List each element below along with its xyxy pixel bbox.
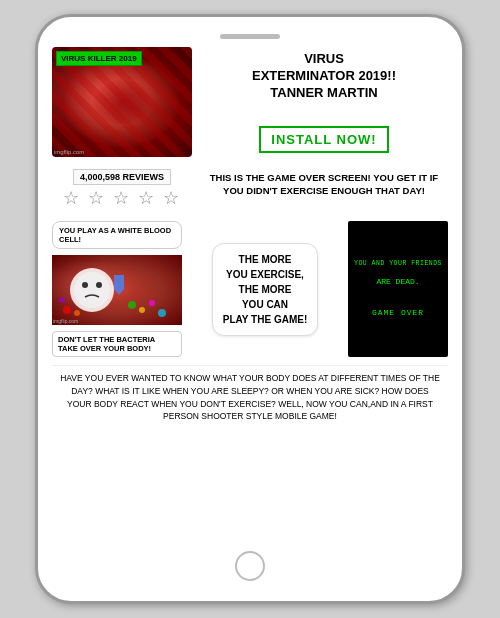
- reviews-left: 4,000,598 REVIEWS ☆ ☆ ☆ ☆ ☆: [52, 169, 192, 209]
- svg-point-10: [158, 309, 166, 317]
- game-over-description: THIS IS THE GAME OVER SCREEN! YOU GET IT…: [200, 169, 448, 200]
- svg-point-4: [63, 306, 71, 314]
- bacteria-label: DON'T LET THE BACTERIA TAKE OVER YOUR BO…: [58, 335, 155, 353]
- exercise-bubble: THE MORE YOU EXERCISE, THE MORE YOU CAN …: [212, 243, 318, 336]
- mid-center: THE MORE YOU EXERCISE, THE MORE YOU CAN …: [188, 221, 342, 357]
- svg-point-1: [74, 272, 110, 308]
- svg-point-2: [82, 282, 88, 288]
- svg-point-7: [128, 301, 136, 309]
- mid-section: YOU PLAY AS A WHITE BLOOD CELL!: [52, 221, 448, 357]
- reviews-section: 4,000,598 REVIEWS ☆ ☆ ☆ ☆ ☆ THIS IS THE …: [52, 165, 448, 213]
- star-rating: ☆ ☆ ☆ ☆ ☆: [63, 187, 181, 209]
- install-button[interactable]: INSTALL NOW!: [259, 126, 388, 153]
- content-area: VIRUS KILLER 2019 imgflip.com VIRUS EXTE…: [52, 47, 448, 545]
- svg-point-9: [149, 300, 155, 306]
- svg-point-5: [74, 310, 80, 316]
- wbc-label: YOU PLAY AS A WHITE BLOOD CELL!: [59, 226, 171, 244]
- hero-image: VIRUS KILLER 2019 imgflip.com: [52, 47, 192, 157]
- game-over-line1: YOU AND YOUR FRIENDS: [354, 258, 442, 270]
- svg-point-6: [59, 297, 65, 303]
- mid-left: YOU PLAY AS A WHITE BLOOD CELL!: [52, 221, 182, 357]
- hero-text-area: VIRUS EXTERMINATOR 2019!! TANNER MARTIN …: [200, 47, 448, 157]
- bottom-description: HAVE YOU EVER WANTED TO KNOW WHAT YOUR B…: [52, 365, 448, 429]
- phone-top-bar: [52, 33, 448, 39]
- wbc-image: imgflip.com: [52, 255, 182, 325]
- hero-badge: VIRUS KILLER 2019: [56, 51, 142, 66]
- game-over-line3: GAME OVER: [372, 306, 424, 320]
- reviews-count: 4,000,598 REVIEWS: [73, 169, 171, 185]
- game-over-line2: ARE DEAD.: [376, 275, 419, 289]
- game-over-screen: YOU AND YOUR FRIENDS ARE DEAD. GAME OVER: [348, 221, 448, 357]
- bacteria-label-box: DON'T LET THE BACTERIA TAKE OVER YOUR BO…: [52, 331, 182, 357]
- wbc-watermark: imgflip.com: [53, 318, 78, 324]
- hero-section: VIRUS KILLER 2019 imgflip.com VIRUS EXTE…: [52, 47, 448, 157]
- phone-speaker: [220, 34, 280, 39]
- watermark-top: imgflip.com: [54, 149, 84, 155]
- svg-point-8: [139, 307, 145, 313]
- wbc-label-box: YOU PLAY AS A WHITE BLOOD CELL!: [52, 221, 182, 249]
- home-button[interactable]: [235, 551, 265, 581]
- svg-point-3: [96, 282, 102, 288]
- app-title: VIRUS EXTERMINATOR 2019!! TANNER MARTIN: [200, 51, 448, 102]
- phone-frame: VIRUS KILLER 2019 imgflip.com VIRUS EXTE…: [35, 14, 465, 604]
